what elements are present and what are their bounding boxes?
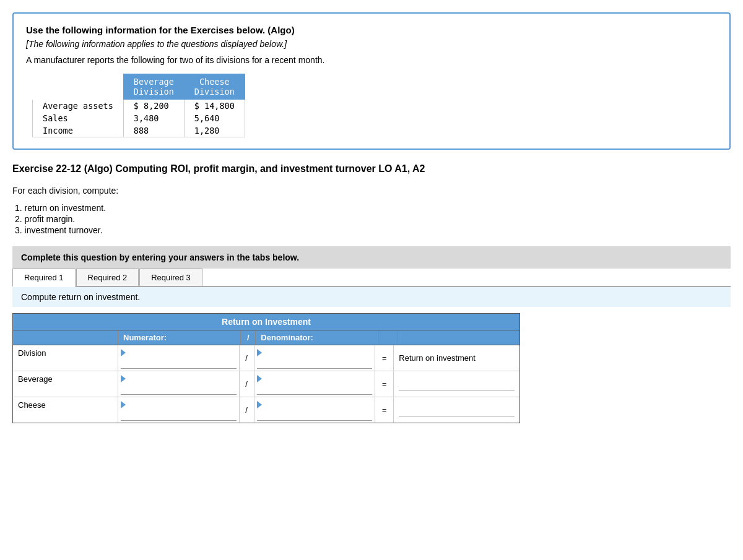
sub-header-eq bbox=[379, 330, 398, 345]
roi-result-beverage[interactable] bbox=[394, 371, 519, 397]
roi-result-input-beverage[interactable] bbox=[399, 378, 515, 390]
triangle-icon bbox=[257, 349, 262, 356]
roi-table: Return on Investment Numerator: / Denomi… bbox=[12, 313, 520, 423]
roi-label-division: Division bbox=[13, 345, 118, 371]
sub-header-numerator: Numerator: bbox=[118, 330, 241, 345]
roi-eq-cheese: = bbox=[375, 397, 394, 423]
triangle-icon bbox=[257, 375, 262, 382]
info-note: [The following information applies to th… bbox=[26, 39, 717, 49]
sub-header-denominator: Denominator: bbox=[256, 330, 378, 345]
list-item-3: 3. investment turnover. bbox=[15, 225, 731, 235]
row-cheese-assets: $ 14,800 bbox=[184, 100, 245, 113]
tab-required-3[interactable]: Required 3 bbox=[139, 269, 202, 286]
roi-denominator-input-cheese[interactable] bbox=[257, 408, 373, 421]
sub-header-slash: / bbox=[241, 330, 256, 345]
row-cheese-income: 1,280 bbox=[184, 124, 245, 137]
sub-header-empty bbox=[13, 330, 118, 345]
triangle-icon bbox=[121, 349, 126, 356]
roi-result-cheese[interactable] bbox=[394, 397, 519, 423]
roi-denominator-input-division[interactable] bbox=[257, 356, 373, 369]
roi-slash-division: / bbox=[240, 345, 254, 371]
row-label-sales: Sales bbox=[33, 112, 124, 124]
row-beverage-income: 888 bbox=[123, 124, 184, 137]
compute-section: Compute return on investment. bbox=[12, 287, 731, 307]
roi-numerator-input-division[interactable] bbox=[121, 356, 237, 369]
tabs-row: Required 1 Required 2 Required 3 bbox=[12, 269, 731, 287]
list-item-1: 1. return on investment. bbox=[15, 203, 731, 213]
roi-result-input-cheese[interactable] bbox=[399, 404, 515, 416]
row-label-assets: Average assets bbox=[33, 100, 124, 113]
roi-slash-beverage: / bbox=[240, 371, 254, 397]
sub-header-result bbox=[398, 330, 519, 345]
complete-bar: Complete this question by entering your … bbox=[12, 246, 731, 269]
roi-header: Return on Investment bbox=[13, 314, 519, 330]
roi-label-beverage: Beverage bbox=[13, 371, 118, 397]
numbered-list: 1. return on investment. 2. profit margi… bbox=[12, 203, 731, 235]
data-table: BeverageDivision CheeseDivision Average … bbox=[32, 74, 245, 137]
triangle-icon bbox=[257, 401, 262, 408]
for-each-text: For each division, compute: bbox=[12, 186, 731, 196]
row-beverage-assets: $ 8,200 bbox=[123, 100, 184, 113]
roi-sub-header: Numerator: / Denominator: bbox=[13, 330, 519, 345]
roi-row-beverage: Beverage / = bbox=[13, 371, 519, 397]
triangle-icon bbox=[121, 375, 126, 382]
roi-row-cheese: Cheese / = bbox=[13, 397, 519, 423]
row-beverage-sales: 3,480 bbox=[123, 112, 184, 124]
roi-num-division[interactable] bbox=[118, 345, 240, 371]
tab-required-1[interactable]: Required 1 bbox=[12, 269, 76, 287]
roi-eq-beverage: = bbox=[375, 371, 394, 397]
col-header-beverage: BeverageDivision bbox=[123, 74, 184, 100]
triangle-icon bbox=[121, 401, 126, 408]
intro-text: A manufacturer reports the following for… bbox=[26, 55, 717, 65]
table-row: Income 888 1,280 bbox=[33, 124, 245, 137]
list-item-2: 2. profit margin. bbox=[15, 214, 731, 224]
info-box: Use the following information for the Ex… bbox=[12, 12, 731, 150]
roi-denom-beverage[interactable] bbox=[254, 371, 376, 397]
roi-num-beverage[interactable] bbox=[118, 371, 240, 397]
tab-required-2[interactable]: Required 2 bbox=[76, 269, 139, 286]
roi-denominator-input-beverage[interactable] bbox=[257, 382, 373, 395]
roi-eq-division: = bbox=[375, 345, 394, 371]
roi-result-division: Return on investment bbox=[394, 345, 519, 371]
roi-num-cheese[interactable] bbox=[118, 397, 240, 423]
roi-numerator-input-beverage[interactable] bbox=[121, 382, 237, 395]
roi-denom-cheese[interactable] bbox=[254, 397, 376, 423]
roi-label-cheese: Cheese bbox=[13, 397, 118, 423]
info-title: Use the following information for the Ex… bbox=[26, 25, 717, 35]
table-row: Average assets $ 8,200 $ 14,800 bbox=[33, 100, 245, 113]
roi-slash-cheese: / bbox=[240, 397, 254, 423]
row-label-income: Income bbox=[33, 124, 124, 137]
table-row: Sales 3,480 5,640 bbox=[33, 112, 245, 124]
row-cheese-sales: 5,640 bbox=[184, 112, 245, 124]
exercise-heading: Exercise 22-12 (Algo) Computing ROI, pro… bbox=[12, 163, 731, 174]
roi-numerator-input-cheese[interactable] bbox=[121, 408, 237, 421]
roi-row-division: Division / = Return on investment bbox=[13, 345, 519, 371]
col-header-cheese: CheeseDivision bbox=[184, 74, 245, 100]
roi-denom-division[interactable] bbox=[254, 345, 376, 371]
